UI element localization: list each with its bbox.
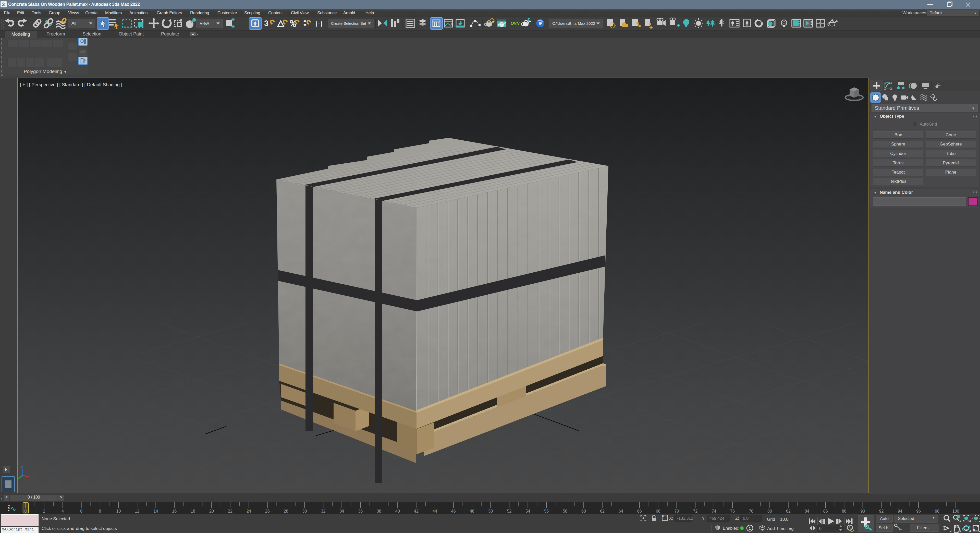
svg-text:86: 86 — [823, 509, 828, 513]
svg-text:Z:: Z: — [735, 516, 739, 521]
svg-text:42: 42 — [414, 509, 418, 513]
svg-text:74: 74 — [711, 509, 716, 513]
svg-text:14: 14 — [153, 509, 158, 513]
svg-text:X:: X: — [669, 516, 673, 521]
svg-text:76: 76 — [730, 509, 735, 513]
svg-text:20: 20 — [209, 509, 214, 513]
svg-text:40: 40 — [395, 509, 400, 513]
svg-text:44: 44 — [433, 509, 437, 513]
svg-text:0: 0 — [819, 527, 821, 531]
svg-text:16: 16 — [172, 509, 177, 513]
svg-text:88: 88 — [842, 509, 846, 513]
svg-text:82: 82 — [786, 509, 791, 513]
svg-text:{·}: {·} — [315, 19, 323, 27]
svg-text:38: 38 — [377, 509, 381, 513]
svg-text:66: 66 — [637, 509, 642, 513]
svg-text:10: 10 — [116, 509, 121, 513]
svg-text:Grid = 10,0: Grid = 10,0 — [767, 517, 789, 522]
svg-text:469,424: 469,424 — [710, 516, 724, 520]
svg-text:18: 18 — [191, 509, 195, 513]
svg-text:Enabled:: Enabled: — [723, 526, 739, 530]
svg-text:-132,312: -132,312 — [677, 516, 693, 520]
svg-text:48: 48 — [470, 509, 474, 513]
svg-text:96: 96 — [916, 509, 921, 513]
svg-text:80: 80 — [767, 509, 772, 513]
svg-text:30: 30 — [302, 509, 307, 513]
svg-text:72: 72 — [693, 509, 698, 513]
svg-text:100: 100 — [953, 509, 959, 513]
svg-text:98: 98 — [935, 509, 939, 513]
svg-text:OVN: OVN — [511, 21, 520, 25]
svg-text:View: View — [200, 21, 209, 26]
svg-text:34: 34 — [339, 509, 344, 513]
svg-text:8: 8 — [99, 509, 101, 513]
svg-text:62: 62 — [600, 509, 605, 513]
svg-text:60: 60 — [581, 509, 586, 513]
svg-text:28: 28 — [284, 509, 288, 513]
svg-text:94: 94 — [897, 509, 902, 513]
svg-text:C:\Users\B...s Max 2022: C:\Users\B...s Max 2022 — [552, 21, 595, 25]
svg-text:84: 84 — [805, 509, 809, 513]
svg-text:All: All — [72, 21, 76, 26]
svg-text:56: 56 — [544, 509, 549, 513]
svg-text:22: 22 — [228, 509, 232, 513]
svg-text:54: 54 — [525, 509, 530, 513]
svg-text:64: 64 — [619, 509, 623, 513]
svg-text:92: 92 — [879, 509, 884, 513]
svg-text:1: 1 — [749, 526, 751, 530]
svg-text:32: 32 — [321, 509, 326, 513]
svg-text:6: 6 — [80, 509, 83, 513]
svg-text:78: 78 — [749, 509, 753, 513]
svg-text:0,0: 0,0 — [743, 516, 749, 520]
svg-text:68: 68 — [656, 509, 660, 513]
svg-text:58: 58 — [563, 509, 567, 513]
svg-text:Y:: Y: — [702, 516, 706, 521]
svg-text:36: 36 — [358, 509, 363, 513]
svg-text:Create Selection Set: Create Selection Set — [331, 21, 366, 25]
svg-text:12: 12 — [135, 509, 140, 513]
svg-text:50: 50 — [488, 509, 493, 513]
svg-text:Add Time Tag: Add Time Tag — [767, 526, 794, 531]
svg-text:70: 70 — [675, 509, 679, 513]
svg-text:24: 24 — [247, 509, 251, 513]
svg-text:46: 46 — [451, 509, 456, 513]
svg-text:26: 26 — [265, 509, 270, 513]
svg-text:2: 2 — [43, 509, 45, 513]
svg-text:52: 52 — [507, 509, 512, 513]
svg-text:4: 4 — [62, 509, 64, 513]
svg-text:90: 90 — [861, 509, 865, 513]
svg-text:3: 3 — [264, 19, 269, 28]
